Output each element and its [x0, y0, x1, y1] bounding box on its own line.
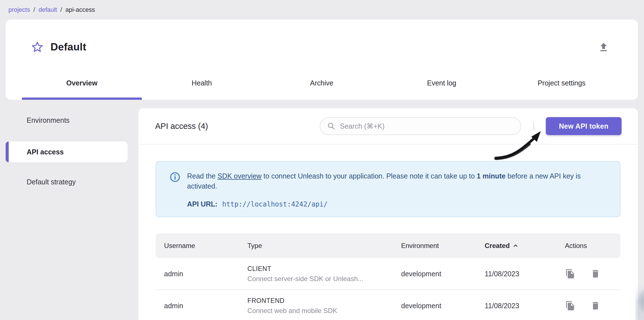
token-type: CLIENT — [247, 265, 401, 273]
breadcrumb: projects / default / api-access — [0, 0, 644, 17]
api-url-row: API URL: http://localhost:4242/api/ — [169, 200, 600, 208]
sidebar-item-environments[interactable]: Environments — [6, 113, 128, 127]
active-tab-underline — [22, 98, 142, 100]
alert-text-segment: to connect Unleash to your application. … — [261, 172, 477, 180]
sidebar-item-label: API access — [27, 148, 64, 156]
tab-project-settings[interactable]: Project settings — [502, 75, 622, 100]
delete-token-icon[interactable] — [590, 268, 601, 279]
column-header-type[interactable]: Type — [247, 242, 401, 250]
export-upload-icon[interactable] — [597, 41, 610, 53]
alert-message: Read the SDK overview to connect Unleash… — [187, 171, 600, 191]
column-header-username[interactable]: Username — [156, 242, 247, 250]
search-icon — [327, 122, 335, 130]
screen-corner-artifact — [636, 278, 644, 320]
header-divider — [533, 122, 534, 130]
actions-cell — [565, 300, 620, 311]
active-item-accent-bar — [6, 142, 9, 162]
created-cell: 11/08/2023 — [485, 302, 565, 310]
breadcrumb-separator: / — [60, 6, 62, 13]
sort-ascending-chevron-icon — [512, 243, 519, 249]
project-tabs: Overview Health Archive Event log Projec… — [6, 75, 638, 100]
tab-label: Project settings — [538, 79, 586, 87]
api-tokens-table: Username Type Environment Created Action… — [156, 233, 620, 320]
tab-event-log[interactable]: Event log — [382, 75, 502, 100]
token-type: FRONTEND — [247, 297, 401, 305]
column-header-actions[interactable]: Actions — [565, 242, 620, 250]
environment-cell: development — [401, 270, 485, 278]
token-type-description: Connect server-side SDK or Unleash... — [247, 275, 401, 283]
favorite-star-icon[interactable] — [31, 41, 43, 53]
tab-health[interactable]: Health — [142, 75, 262, 100]
tab-label: Overview — [66, 79, 97, 87]
search-input[interactable] — [340, 122, 514, 130]
info-alert: Read the SDK overview to connect Unleash… — [156, 161, 620, 217]
type-cell: FRONTEND Connect web and mobile SDK — [247, 297, 401, 315]
breadcrumb-default-link[interactable]: default — [38, 6, 57, 13]
breadcrumb-projects-link[interactable]: projects — [8, 6, 30, 13]
copy-token-icon[interactable] — [565, 268, 576, 279]
tab-label: Archive — [310, 79, 333, 87]
copy-token-icon[interactable] — [565, 300, 576, 311]
username-cell: admin — [156, 302, 247, 310]
table-row: admin FRONTEND Connect web and mobile SD… — [156, 290, 620, 320]
environment-cell: development — [401, 302, 485, 310]
table-header-row: Username Type Environment Created Action… — [156, 233, 620, 258]
token-type-description: Connect web and mobile SDK — [247, 307, 401, 315]
table-row: admin CLIENT Connect server-side SDK or … — [156, 258, 620, 290]
tab-overview[interactable]: Overview — [22, 75, 142, 100]
search-box[interactable] — [320, 117, 521, 135]
username-cell: admin — [156, 270, 247, 278]
settings-side-nav: Environments API access Default strategy — [6, 100, 128, 189]
api-access-panel: API access (4) New API token — [138, 108, 638, 320]
column-header-environment[interactable]: Environment — [401, 242, 485, 250]
page-title: Default — [50, 41, 86, 53]
panel-header: API access (4) New API token — [138, 108, 638, 145]
api-url-value: http://localhost:4242/api/ — [222, 200, 328, 208]
api-url-label: API URL: — [187, 200, 217, 208]
panel-title: API access (4) — [155, 122, 208, 131]
project-title-row: Default — [6, 20, 638, 75]
tab-label: Health — [192, 79, 212, 87]
breadcrumb-separator: / — [33, 6, 35, 13]
type-cell: CLIENT Connect server-side SDK or Unleas… — [247, 265, 401, 283]
project-header-card: Default Overview Health Archive Event lo… — [6, 20, 638, 100]
alert-text-segment: Read the — [187, 172, 217, 180]
created-cell: 11/08/2023 — [485, 270, 565, 278]
delete-token-icon[interactable] — [590, 300, 601, 311]
app-screen: projects / default / api-access Default … — [0, 0, 644, 320]
tab-label: Event log — [427, 79, 456, 87]
sidebar-item-default-strategy[interactable]: Default strategy — [6, 175, 128, 189]
tab-archive[interactable]: Archive — [262, 75, 382, 100]
alert-bold-segment: 1 minute — [477, 172, 506, 180]
column-header-label: Created — [485, 242, 510, 250]
new-api-token-button[interactable]: New API token — [546, 117, 622, 135]
info-icon — [169, 171, 181, 191]
sdk-overview-link[interactable]: SDK overview — [217, 172, 261, 180]
breadcrumb-current: api-access — [65, 6, 95, 13]
actions-cell — [565, 268, 620, 279]
column-header-created[interactable]: Created — [485, 242, 565, 250]
sidebar-item-api-access[interactable]: API access — [6, 142, 128, 162]
